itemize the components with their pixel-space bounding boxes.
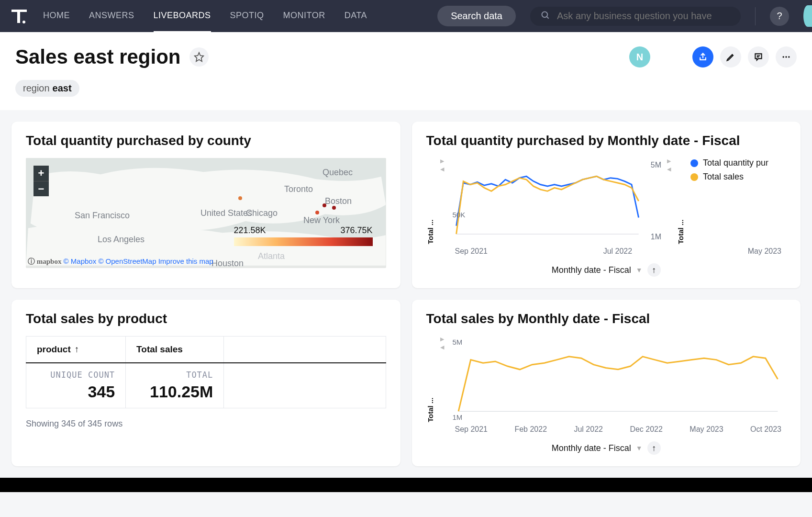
legend-label: Total quantity pur	[703, 158, 768, 168]
x-tick: Jul 2022	[603, 247, 633, 256]
svg-point-2	[22, 21, 25, 23]
card-title: Total sales by Monthly date - Fiscal	[426, 311, 787, 326]
map-attribution: ⓘ mapbox © Mapbox © OpenStreetMap Improv…	[28, 257, 213, 266]
footer-bar	[0, 478, 812, 492]
y-tick: 50K	[453, 211, 466, 219]
zoom-out-button[interactable]: −	[33, 181, 49, 196]
card-map: Total quantity purchased by county + − S…	[11, 122, 400, 288]
share-button[interactable]	[692, 46, 713, 67]
more-button[interactable]	[776, 46, 797, 67]
map-country-label: United States	[200, 208, 252, 218]
summary-value: 110.25M	[136, 382, 213, 401]
chevron-down-icon[interactable]: ▼	[636, 266, 643, 274]
mapbox-link[interactable]: © Mapbox	[64, 257, 97, 265]
col-product[interactable]: product↑	[26, 337, 126, 363]
choropleth-map[interactable]: + − San Francisco Los Angeles United Sta…	[26, 158, 386, 268]
map-city-label: Atlanta	[258, 251, 285, 261]
x-tick: May 2023	[690, 425, 723, 434]
search-data-button[interactable]: Search data	[437, 6, 516, 26]
map-data-point	[323, 203, 326, 207]
improve-map-link[interactable]: Improve this map	[158, 257, 213, 265]
line-chart[interactable]	[450, 336, 787, 422]
chevron-down-icon[interactable]: ▼	[636, 444, 643, 452]
axis-dropdown[interactable]: Monthly date - Fiscal	[552, 265, 631, 275]
legend-min: 221.58K	[234, 225, 266, 236]
svg-rect-1	[17, 10, 20, 23]
nav-monitor[interactable]: MONITOR	[283, 0, 325, 33]
row-count-label: Showing 345 of 345 rows	[26, 419, 386, 429]
axis-sort-arrows[interactable]: ▶◀	[667, 158, 671, 244]
col-total-sales[interactable]: Total sales	[126, 337, 224, 363]
x-tick: Sep 2021	[455, 247, 488, 256]
legend-gradient	[234, 237, 373, 246]
summary-label: TOTAL	[136, 370, 213, 380]
x-tick: Sep 2021	[455, 425, 488, 434]
axis-sort-arrows[interactable]: ▶◀	[440, 336, 444, 422]
card-title: Total quantity purchased by county	[26, 133, 386, 148]
x-tick: Dec 2022	[630, 425, 663, 434]
card-title: Total sales by product	[26, 311, 386, 326]
y-tick-right: 5M	[651, 161, 661, 169]
map-city-label: Houston	[211, 258, 244, 268]
map-city-label: Boston	[325, 196, 352, 206]
filter-chip-label: region	[23, 83, 50, 94]
nav-liveboards[interactable]: LIVEBOARDS	[154, 0, 211, 33]
user-avatar[interactable]	[803, 5, 812, 27]
card-title: Total quantity purchased by Monthly date…	[426, 133, 787, 148]
map-city-label: Los Angeles	[98, 235, 145, 245]
y-axis-left-label: Total ...	[426, 158, 434, 244]
x-tick: Oct 2023	[750, 425, 781, 434]
line-chart[interactable]	[450, 158, 645, 244]
help-button[interactable]: ?	[770, 7, 789, 26]
ask-input[interactable]	[557, 11, 730, 22]
card-qty-month: Total quantity purchased by Monthly date…	[412, 122, 801, 288]
summary-label: UNIQUE COUNT	[37, 370, 115, 380]
app-logo[interactable]	[10, 7, 29, 26]
y-tick-right: 1M	[651, 233, 661, 241]
map-data-point	[315, 211, 319, 214]
product-table[interactable]: product↑ Total sales UNIQUE COUNT 345 TO…	[26, 336, 386, 408]
nav-home[interactable]: HOME	[43, 0, 70, 33]
map-zoom-controls: + −	[33, 166, 49, 196]
liveboard-header: Sales east region N region east	[0, 32, 812, 110]
filter-chip[interactable]: region east	[15, 80, 79, 97]
osm-link[interactable]: © OpenStreetMap	[98, 257, 156, 265]
dashboard-grid: Total quantity purchased by county + − S…	[0, 110, 812, 478]
filter-chip-value: east	[53, 83, 72, 94]
top-nav: HOMEANSWERSLIVEBOARDSSPOTIQMONITORDATA S…	[0, 0, 812, 32]
legend-swatch	[690, 159, 698, 167]
y-tick: 5M	[453, 338, 463, 346]
chart-legend: Total quantity pur Total sales	[690, 158, 786, 244]
svg-line-4	[547, 16, 549, 18]
x-tick: Jul 2022	[574, 425, 603, 434]
zoom-in-button[interactable]: +	[33, 166, 49, 181]
map-city-label: Chicago	[246, 208, 278, 218]
sort-asc-icon: ↑	[75, 344, 79, 354]
svg-point-8	[783, 56, 784, 57]
edit-button[interactable]	[720, 46, 741, 67]
svg-point-3	[542, 11, 548, 17]
owner-avatar[interactable]: N	[629, 46, 650, 67]
sort-asc-button[interactable]: ↑	[647, 441, 661, 455]
card-sales-product: Total sales by product product↑ Total sa…	[11, 300, 400, 466]
svg-point-9	[785, 56, 787, 57]
favorite-button[interactable]	[189, 47, 209, 67]
axis-sort-arrows[interactable]: ▶◀	[440, 158, 444, 244]
nav-answers[interactable]: ANSWERS	[89, 0, 134, 33]
legend-max: 376.75K	[340, 225, 372, 236]
comment-button[interactable]	[748, 46, 769, 67]
sort-asc-button[interactable]: ↑	[647, 263, 661, 277]
y-tick: 1M	[453, 413, 463, 421]
summary-value: 345	[37, 382, 115, 401]
axis-dropdown[interactable]: Monthly date - Fiscal	[552, 443, 631, 453]
map-city-label: Quebec	[323, 168, 353, 178]
table-summary-row: UNIQUE COUNT 345 TOTAL 110.25M	[26, 363, 386, 408]
svg-point-10	[788, 56, 790, 57]
map-city-label: Toronto	[284, 184, 313, 194]
map-data-point	[332, 206, 336, 210]
nav-spotiq[interactable]: SPOTIQ	[230, 0, 264, 33]
vertical-divider	[755, 7, 756, 25]
map-city-label: New York	[303, 215, 340, 225]
ask-search[interactable]	[530, 7, 741, 26]
nav-data[interactable]: DATA	[345, 0, 367, 33]
